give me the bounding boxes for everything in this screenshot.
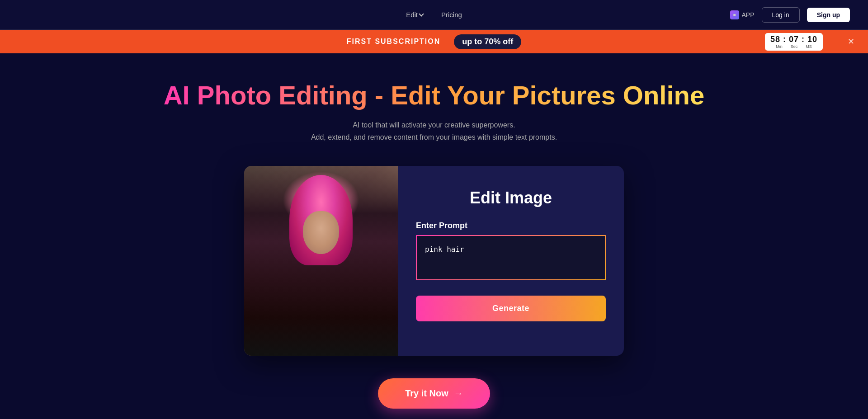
nav-pricing-label: Pricing bbox=[441, 11, 462, 19]
timer-sec-label: Sec bbox=[791, 44, 798, 49]
promo-offer-badge: up to 70% off bbox=[454, 34, 521, 49]
hero-section: AI Photo Editing - Edit Your Pictures On… bbox=[0, 53, 868, 418]
app-label: APP bbox=[742, 11, 755, 19]
navbar: Edit Pricing ■ APP Log in Sign up bbox=[0, 0, 868, 30]
nav-right: ■ APP Log in Sign up bbox=[730, 7, 850, 23]
close-banner-button[interactable]: ✕ bbox=[848, 37, 854, 47]
prompt-section: Enter Prompt bbox=[416, 221, 606, 282]
panel-title: Edit Image bbox=[416, 188, 606, 207]
card-panel: Edit Image Enter Prompt Generate bbox=[398, 166, 624, 356]
try-it-now-label: Try it Now bbox=[405, 388, 448, 399]
offer-amount: 70% bbox=[484, 37, 500, 46]
promo-banner: FIRST SUBSCRIPTION up to 70% off 58 : 07… bbox=[0, 30, 868, 53]
hero-subtitle: AI tool that will activate your creative… bbox=[311, 119, 557, 143]
timer-labels: Min Sec MS bbox=[776, 44, 812, 49]
chevron-down-icon bbox=[419, 11, 424, 16]
generate-button[interactable]: Generate bbox=[416, 296, 606, 321]
app-button[interactable]: ■ APP bbox=[730, 10, 755, 19]
offer-prefix: up to bbox=[462, 37, 484, 46]
hero-sub-line1: AI tool that will activate your creative… bbox=[353, 121, 515, 129]
login-button[interactable]: Log in bbox=[762, 7, 800, 23]
countdown-timer: 58 : 07 : 10 Min Sec MS bbox=[765, 33, 823, 51]
nav-edit[interactable]: Edit bbox=[406, 11, 423, 19]
prompt-input[interactable] bbox=[416, 235, 606, 280]
nav-pricing[interactable]: Pricing bbox=[441, 11, 462, 19]
signup-button[interactable]: Sign up bbox=[807, 8, 850, 22]
try-it-now-button[interactable]: Try it Now → bbox=[378, 378, 490, 409]
card-image bbox=[244, 166, 398, 356]
timer-display: 58 : 07 : 10 bbox=[770, 35, 817, 44]
timer-min-label: Min bbox=[776, 44, 783, 49]
promo-subscription-text: FIRST SUBSCRIPTION bbox=[347, 38, 441, 46]
app-icon: ■ bbox=[730, 10, 739, 19]
nav-center: Edit Pricing bbox=[406, 11, 462, 19]
try-section: Try it Now → bbox=[378, 378, 490, 409]
edit-card: Edit Image Enter Prompt Generate bbox=[244, 166, 624, 356]
woman-face bbox=[303, 211, 339, 254]
try-arrow-icon: → bbox=[454, 388, 463, 399]
hero-title: AI Photo Editing - Edit Your Pictures On… bbox=[164, 80, 705, 111]
hero-sub-line2: Add, extend, and remove content from you… bbox=[311, 133, 557, 141]
nav-edit-label: Edit bbox=[406, 11, 418, 19]
timer-ms-label: MS bbox=[806, 44, 812, 49]
prompt-label: Enter Prompt bbox=[416, 221, 606, 231]
offer-suffix: off bbox=[500, 37, 513, 46]
